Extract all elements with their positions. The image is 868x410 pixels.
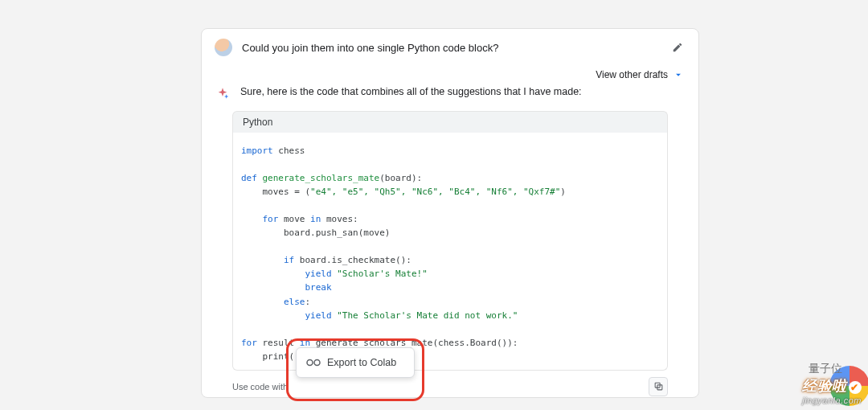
colab-icon [306,358,321,367]
edit-prompt-button[interactable] [669,39,686,55]
code-language-label: Python [232,111,668,133]
code-footer-row: Use code with [202,371,698,398]
use-code-caution-label: Use code with [232,382,288,392]
assistant-intro-text: Sure, here is the code that combines all… [240,85,582,100]
svg-point-6 [314,360,320,366]
pencil-icon [672,42,683,53]
view-other-drafts-label: View other drafts [596,69,668,80]
watermark-secondary: 量子位 [809,362,842,376]
export-to-colab-label: Export to Colab [327,357,396,368]
copy-code-button[interactable] [649,377,668,396]
code-block: Python import chess def generate_scholar… [202,108,698,371]
export-to-colab-popover[interactable]: Export to Colab [296,347,415,378]
chat-card: Could you join them into one single Pyth… [201,28,699,398]
copy-icon [653,381,664,392]
watermark-check-icon: ✔ [849,381,862,394]
chevron-down-icon [673,69,684,80]
watermark-brand: 经验啦 [802,378,847,394]
assistant-message-row: Sure, here is the code that combines all… [202,85,698,108]
svg-point-5 [307,360,313,366]
user-message-row: Could you join them into one single Pyth… [202,29,698,66]
view-other-drafts-button[interactable]: View other drafts [202,66,698,85]
user-prompt-text: Could you join them into one single Pyth… [242,42,660,54]
bard-spark-icon [215,85,231,101]
watermark-primary: 经验啦✔ jingyanla.com [802,376,862,405]
user-avatar [215,39,232,56]
code-content: import chess def generate_scholars_mate(… [232,133,668,371]
watermark-url: jingyanla.com [802,396,862,405]
